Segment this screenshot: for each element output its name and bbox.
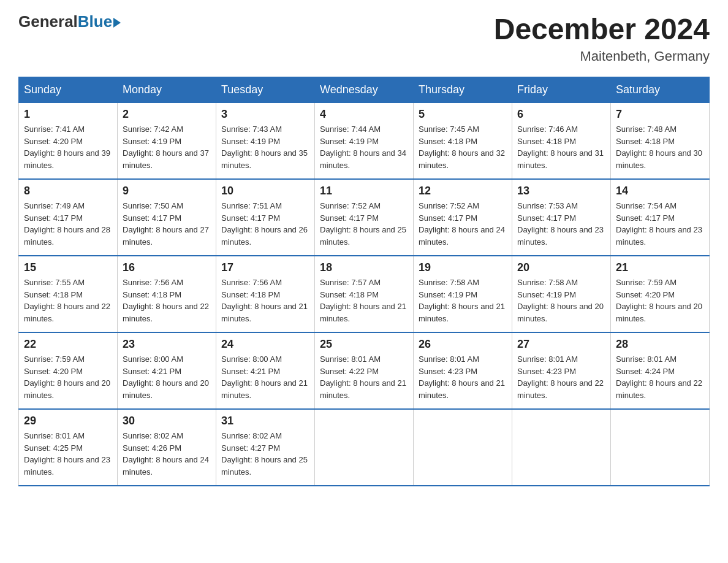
- calendar-cell: 28Sunrise: 8:01 AMSunset: 4:24 PMDayligh…: [611, 332, 710, 409]
- day-number: 6: [517, 108, 605, 121]
- day-number: 5: [419, 108, 507, 121]
- day-number: 23: [123, 338, 211, 351]
- day-info: Sunrise: 7:53 AMSunset: 4:17 PMDaylight:…: [517, 200, 605, 248]
- day-info: Sunrise: 8:02 AMSunset: 4:26 PMDaylight:…: [123, 430, 211, 478]
- day-info: Sunrise: 8:02 AMSunset: 4:27 PMDaylight:…: [221, 430, 309, 478]
- day-number: 25: [320, 338, 408, 351]
- logo-triangle-icon: [113, 18, 121, 28]
- day-info: Sunrise: 7:56 AMSunset: 4:18 PMDaylight:…: [123, 277, 211, 324]
- day-info: Sunrise: 7:46 AMSunset: 4:18 PMDaylight:…: [517, 123, 605, 171]
- calendar-cell: 17Sunrise: 7:56 AMSunset: 4:18 PMDayligh…: [216, 256, 315, 332]
- day-number: 2: [123, 108, 211, 121]
- day-number: 1: [24, 108, 112, 121]
- calendar-body: 1Sunrise: 7:41 AMSunset: 4:20 PMDaylight…: [19, 103, 710, 486]
- logo-general-text: General: [18, 12, 78, 31]
- day-info: Sunrise: 8:01 AMSunset: 4:22 PMDaylight:…: [320, 353, 408, 401]
- day-number: 9: [123, 185, 211, 197]
- day-number: 27: [517, 338, 605, 351]
- day-info: Sunrise: 7:44 AMSunset: 4:19 PMDaylight:…: [320, 123, 408, 171]
- calendar-week-row: 15Sunrise: 7:55 AMSunset: 4:18 PMDayligh…: [19, 256, 710, 332]
- day-info: Sunrise: 7:49 AMSunset: 4:17 PMDaylight:…: [24, 200, 112, 248]
- day-info: Sunrise: 7:54 AMSunset: 4:17 PMDaylight:…: [616, 200, 704, 248]
- calendar-cell: 25Sunrise: 8:01 AMSunset: 4:22 PMDayligh…: [315, 332, 414, 409]
- day-number: 3: [221, 108, 309, 121]
- day-number: 21: [616, 261, 704, 274]
- calendar-cell: 30Sunrise: 8:02 AMSunset: 4:26 PMDayligh…: [118, 409, 216, 486]
- calendar-cell: 27Sunrise: 8:01 AMSunset: 4:23 PMDayligh…: [512, 332, 611, 409]
- calendar-cell: 22Sunrise: 7:59 AMSunset: 4:20 PMDayligh…: [19, 332, 118, 409]
- header-cell-saturday: Saturday: [611, 77, 710, 103]
- day-info: Sunrise: 7:42 AMSunset: 4:19 PMDaylight:…: [123, 123, 211, 171]
- day-number: 28: [616, 338, 704, 351]
- calendar-cell: 29Sunrise: 8:01 AMSunset: 4:25 PMDayligh…: [19, 409, 118, 486]
- day-info: Sunrise: 8:01 AMSunset: 4:25 PMDaylight:…: [24, 430, 112, 478]
- calendar-week-row: 29Sunrise: 8:01 AMSunset: 4:25 PMDayligh…: [19, 409, 710, 486]
- logo: General Blue: [18, 12, 121, 31]
- calendar-cell: 15Sunrise: 7:55 AMSunset: 4:18 PMDayligh…: [19, 256, 118, 332]
- title-section: December 2024 Maitenbeth, Germany: [494, 12, 710, 64]
- calendar-cell: 10Sunrise: 7:51 AMSunset: 4:17 PMDayligh…: [216, 179, 315, 256]
- header-cell-thursday: Thursday: [414, 77, 512, 103]
- calendar-cell: 1Sunrise: 7:41 AMSunset: 4:20 PMDaylight…: [19, 103, 118, 180]
- calendar-cell: 19Sunrise: 7:58 AMSunset: 4:19 PMDayligh…: [414, 256, 512, 332]
- calendar-cell: 26Sunrise: 8:01 AMSunset: 4:23 PMDayligh…: [414, 332, 512, 409]
- calendar-cell: 18Sunrise: 7:57 AMSunset: 4:18 PMDayligh…: [315, 256, 414, 332]
- day-info: Sunrise: 7:45 AMSunset: 4:18 PMDaylight:…: [419, 123, 507, 171]
- day-number: 13: [517, 185, 605, 197]
- day-info: Sunrise: 8:00 AMSunset: 4:21 PMDaylight:…: [221, 353, 309, 401]
- day-number: 12: [419, 185, 507, 197]
- day-info: Sunrise: 8:00 AMSunset: 4:21 PMDaylight:…: [123, 353, 211, 401]
- day-number: 30: [123, 415, 211, 427]
- calendar-cell: 20Sunrise: 7:58 AMSunset: 4:19 PMDayligh…: [512, 256, 611, 332]
- header-cell-wednesday: Wednesday: [315, 77, 414, 103]
- day-number: 18: [320, 261, 408, 274]
- calendar-cell: 9Sunrise: 7:50 AMSunset: 4:17 PMDaylight…: [118, 179, 216, 256]
- header-cell-monday: Monday: [118, 77, 216, 103]
- day-info: Sunrise: 7:48 AMSunset: 4:18 PMDaylight:…: [616, 123, 704, 171]
- calendar-table: SundayMondayTuesdayWednesdayThursdayFrid…: [18, 77, 710, 486]
- day-number: 7: [616, 108, 704, 121]
- calendar-cell: [611, 409, 710, 486]
- day-info: Sunrise: 8:01 AMSunset: 4:23 PMDaylight:…: [517, 353, 605, 401]
- calendar-cell: 12Sunrise: 7:52 AMSunset: 4:17 PMDayligh…: [414, 179, 512, 256]
- calendar-cell: 16Sunrise: 7:56 AMSunset: 4:18 PMDayligh…: [118, 256, 216, 332]
- calendar-cell: 6Sunrise: 7:46 AMSunset: 4:18 PMDaylight…: [512, 103, 611, 180]
- calendar-cell: 8Sunrise: 7:49 AMSunset: 4:17 PMDaylight…: [19, 179, 118, 256]
- calendar-week-row: 8Sunrise: 7:49 AMSunset: 4:17 PMDaylight…: [19, 179, 710, 256]
- calendar-cell: 3Sunrise: 7:43 AMSunset: 4:19 PMDaylight…: [216, 103, 315, 180]
- day-info: Sunrise: 7:56 AMSunset: 4:18 PMDaylight:…: [221, 277, 309, 324]
- calendar-cell: 5Sunrise: 7:45 AMSunset: 4:18 PMDaylight…: [414, 103, 512, 180]
- day-info: Sunrise: 7:43 AMSunset: 4:19 PMDaylight:…: [221, 123, 309, 171]
- day-number: 8: [24, 185, 112, 197]
- day-info: Sunrise: 7:51 AMSunset: 4:17 PMDaylight:…: [221, 200, 309, 248]
- day-info: Sunrise: 7:55 AMSunset: 4:18 PMDaylight:…: [24, 277, 112, 324]
- calendar-cell: [414, 409, 512, 486]
- day-number: 31: [221, 415, 309, 427]
- header-cell-sunday: Sunday: [19, 77, 118, 103]
- day-number: 20: [517, 261, 605, 274]
- header-cell-tuesday: Tuesday: [216, 77, 315, 103]
- calendar-cell: 13Sunrise: 7:53 AMSunset: 4:17 PMDayligh…: [512, 179, 611, 256]
- calendar-week-row: 22Sunrise: 7:59 AMSunset: 4:20 PMDayligh…: [19, 332, 710, 409]
- calendar-cell: 2Sunrise: 7:42 AMSunset: 4:19 PMDaylight…: [118, 103, 216, 180]
- calendar-week-row: 1Sunrise: 7:41 AMSunset: 4:20 PMDaylight…: [19, 103, 710, 180]
- day-number: 29: [24, 415, 112, 427]
- day-number: 24: [221, 338, 309, 351]
- day-info: Sunrise: 8:01 AMSunset: 4:24 PMDaylight:…: [616, 353, 704, 401]
- calendar-cell: 11Sunrise: 7:52 AMSunset: 4:17 PMDayligh…: [315, 179, 414, 256]
- calendar-cell: 4Sunrise: 7:44 AMSunset: 4:19 PMDaylight…: [315, 103, 414, 180]
- calendar-cell: 24Sunrise: 8:00 AMSunset: 4:21 PMDayligh…: [216, 332, 315, 409]
- calendar-title: December 2024: [494, 12, 710, 46]
- day-info: Sunrise: 7:52 AMSunset: 4:17 PMDaylight:…: [320, 200, 408, 248]
- day-number: 15: [24, 261, 112, 274]
- day-number: 26: [419, 338, 507, 351]
- calendar-cell: 21Sunrise: 7:59 AMSunset: 4:20 PMDayligh…: [611, 256, 710, 332]
- calendar-cell: [512, 409, 611, 486]
- calendar-cell: 23Sunrise: 8:00 AMSunset: 4:21 PMDayligh…: [118, 332, 216, 409]
- calendar-cell: 14Sunrise: 7:54 AMSunset: 4:17 PMDayligh…: [611, 179, 710, 256]
- calendar-subtitle: Maitenbeth, Germany: [494, 48, 710, 64]
- day-number: 14: [616, 185, 704, 197]
- day-info: Sunrise: 7:57 AMSunset: 4:18 PMDaylight:…: [320, 277, 408, 324]
- calendar-cell: [315, 409, 414, 486]
- day-number: 4: [320, 108, 408, 121]
